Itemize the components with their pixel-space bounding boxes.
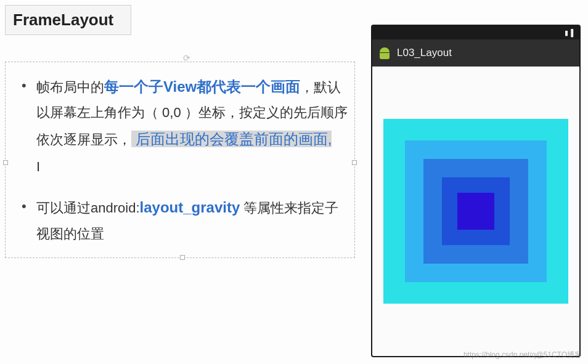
list-item: 可以通过android:layout_gravity 等属性来指定子视图的位置 xyxy=(12,194,348,246)
highlighted-text: 后面出现的会覆盖前面的画面, xyxy=(131,131,332,147)
emphasized-text: 每一个子View都代表一个画面 xyxy=(104,78,300,95)
text-run: 帧布局中的 xyxy=(36,79,104,95)
framelayout-demo xyxy=(383,119,568,304)
battery-icon: ▌ xyxy=(571,29,576,36)
android-status-bar: ▮ ▌ xyxy=(372,26,579,39)
text-run: 可以通过android: xyxy=(36,200,140,216)
app-title: L03_Layout xyxy=(397,47,452,59)
list-item: 帧布局中的每一个子View都代表一个画面，默认以屏幕左上角作为（ 0,0 ）坐标… xyxy=(12,73,348,178)
frame-square xyxy=(457,193,494,230)
android-robot-icon xyxy=(378,46,391,60)
selection-handle-icon xyxy=(3,160,8,165)
selection-handle-icon xyxy=(352,160,357,165)
slide-title: FrameLayout xyxy=(5,5,131,35)
bullet-list: 帧布局中的每一个子View都代表一个画面，默认以屏幕左上角作为（ 0,0 ）坐标… xyxy=(12,73,348,246)
android-app-bar: L03_Layout xyxy=(372,39,579,67)
emphasized-text: layout_gravity xyxy=(140,199,240,216)
title-text: FrameLayout xyxy=(13,10,113,29)
phone-screen xyxy=(372,67,579,356)
content-textbox[interactable]: 帧布局中的每一个子View都代表一个画面，默认以屏幕左上角作为（ 0,0 ）坐标… xyxy=(5,62,355,258)
watermark-text: https://blog.csdn.net/q@51CTO博客 xyxy=(463,350,582,360)
phone-mockup: ▮ ▌ L03_Layout xyxy=(371,25,581,357)
selection-handle-icon xyxy=(180,255,185,260)
signal-icon: ▮ xyxy=(565,29,568,37)
text-cursor-icon: I xyxy=(36,155,37,167)
